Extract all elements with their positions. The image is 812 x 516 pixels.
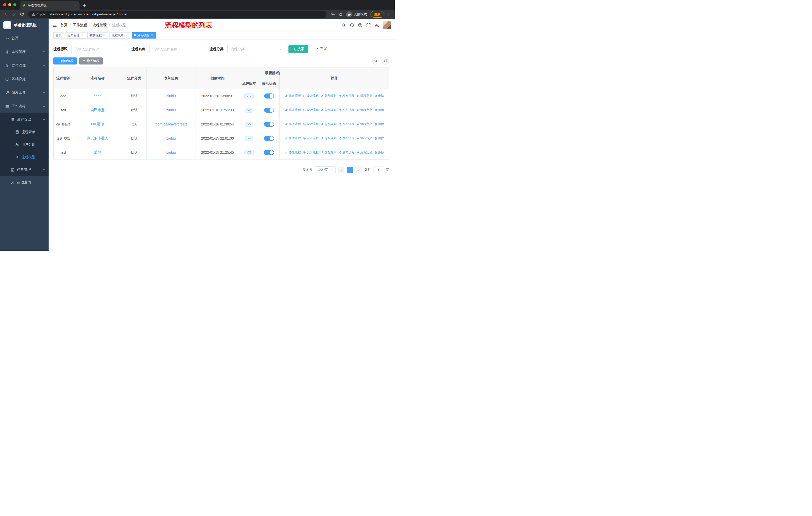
op-design-link[interactable]: 设计流程 [303,151,319,155]
font-size-icon[interactable] [375,23,379,27]
op-edit-link[interactable]: 修改流程 [285,151,301,155]
process-name-link[interactable]: 自己审批 [91,108,105,112]
op-publish-link[interactable]: 发布流程 [339,108,354,112]
sidebar-item-workflow[interactable]: 工作流程 [0,100,49,113]
sidebar-item-payment[interactable]: 支付管理 [0,59,49,72]
op-edit-link[interactable]: 修改流程 [285,108,301,112]
tag-home[interactable]: 首页 [53,32,64,38]
sidebar-item-system[interactable]: 系统管理 [0,45,49,59]
close-window-button[interactable] [3,3,6,6]
tag-my-process[interactable]: 我的流程 [87,32,108,38]
active-toggle[interactable] [264,122,274,127]
fullscreen-icon[interactable] [366,23,371,27]
op-publish-link[interactable]: 发布流程 [339,122,354,126]
question-icon[interactable] [358,23,362,27]
hide-search-button[interactable] [372,57,379,64]
active-toggle[interactable] [264,136,274,141]
search-button[interactable]: 搜索 [288,45,308,53]
process-name-link[interactable]: eeee [94,94,102,98]
op-design-link[interactable]: 设计流程 [303,136,319,140]
minimize-window-button[interactable] [8,3,11,6]
new-tab-button[interactable] [83,3,87,7]
create-process-button[interactable]: 新建流程 [53,57,77,64]
close-icon[interactable] [103,34,106,37]
process-name-link[interactable]: OA 请假 [91,122,104,126]
goto-page-input[interactable] [374,166,383,173]
sidebar-item-home[interactable]: 首页 [0,31,49,45]
op-edit-link[interactable]: 修改流程 [285,94,301,98]
tab-close-icon[interactable] [74,4,77,7]
sidebar-item-user-group[interactable]: 用户分组 [0,138,49,151]
security-indicator[interactable]: 不安全 [32,12,46,17]
breadcrumb-item[interactable]: 流程管理 [93,23,107,27]
sidebar-item-process-mgmt[interactable]: 流程管理 [0,113,49,126]
op-publish-link[interactable]: 发布流程 [339,151,354,155]
op-delete-link[interactable]: 删除 [374,94,384,98]
reload-button[interactable] [19,11,25,18]
op-assign-link[interactable]: 分配规则 [321,94,337,98]
form-info-link[interactable]: /bpm/oa/leave/create [154,122,187,126]
incognito-profile-chip[interactable]: 无痕模式 [346,11,369,18]
breadcrumb-item[interactable]: 工作流程 [73,23,87,27]
op-definition-link[interactable]: 流程定义 [356,151,372,155]
op-edit-link[interactable]: 修改流程 [285,136,301,140]
op-assign-link[interactable]: 分配规则 [321,136,337,140]
op-definition-link[interactable]: 流程定义 [356,108,372,112]
bookmark-star-button[interactable] [338,11,344,18]
search-icon[interactable] [341,23,346,27]
process-name-link[interactable]: 滔博 [94,150,101,154]
form-info-link[interactable]: biubiu [166,94,176,98]
tag-process-model[interactable]: 流程模型 [132,32,156,38]
close-icon[interactable] [81,34,84,37]
sidebar-collapse-button[interactable] [52,23,57,27]
sidebar-item-infrastructure[interactable]: 基础设施 [0,72,49,86]
page-number-button[interactable]: 1 [347,167,353,173]
sidebar-item-process-form[interactable]: 流程表单 [0,126,49,138]
op-publish-link[interactable]: 发布流程 [339,94,354,98]
op-definition-link[interactable]: 流程定义 [356,122,372,126]
op-design-link[interactable]: 设计流程 [303,122,319,126]
browser-tab[interactable]: 芋道管理系统 [20,1,80,9]
close-icon[interactable] [125,34,128,37]
back-button[interactable] [2,11,9,18]
op-definition-link[interactable]: 流程定义 [356,136,372,140]
process-name-input[interactable] [149,45,205,53]
address-bar[interactable]: 不安全 dashboard.yudao.iocoder.cn/bpm/manag… [28,11,326,18]
op-assign-link[interactable]: 分配规则 [321,122,337,126]
op-delete-link[interactable]: 删除 [374,136,384,140]
op-definition-link[interactable]: 流程定义 [356,94,372,98]
user-avatar[interactable] [383,21,391,29]
sidebar-item-task-mgmt[interactable]: 任务管理 [0,164,49,176]
process-id-input[interactable] [71,45,127,53]
form-info-link[interactable]: biubiu [166,136,176,140]
sidebar-item-leave-query[interactable]: 请假查询 [0,176,49,189]
op-delete-link[interactable]: 删除 [374,151,384,155]
sidebar-item-process-model[interactable]: 流程模型 [0,151,49,164]
form-info-link[interactable]: biubiu [166,151,176,155]
process-name-link[interactable]: 测试多审批人 [87,136,108,140]
github-icon[interactable] [350,23,354,27]
page-size-select[interactable]: 10条/页 [315,166,336,173]
app-logo[interactable]: 芋道管理系统 [0,19,49,31]
browser-menu-button[interactable] [386,11,392,18]
zoom-window-button[interactable] [13,3,17,6]
form-info-link[interactable]: biubiu [166,108,176,112]
sidebar-item-devtools[interactable]: 研发工具 [0,86,49,100]
category-select[interactable]: 流程分类 [227,45,285,53]
refresh-table-button[interactable] [382,57,389,64]
tag-process-form[interactable]: 流程表单 [110,32,130,38]
import-process-button[interactable]: 导入流程 [79,57,103,64]
op-assign-link[interactable]: 分配规则 [321,108,337,112]
op-publish-link[interactable]: 发布流程 [339,136,354,140]
forward-button[interactable] [10,11,17,18]
active-toggle[interactable] [264,93,274,99]
breadcrumb-item[interactable]: 首页 [60,23,67,27]
op-design-link[interactable]: 设计流程 [303,108,319,112]
prev-page-button[interactable] [338,167,344,173]
reset-button[interactable]: 重置 [311,45,331,53]
op-design-link[interactable]: 设计流程 [303,94,319,98]
active-toggle[interactable] [264,150,274,155]
next-page-button[interactable] [356,167,362,173]
op-edit-link[interactable]: 修改流程 [285,122,301,126]
op-delete-link[interactable]: 删除 [374,122,384,126]
